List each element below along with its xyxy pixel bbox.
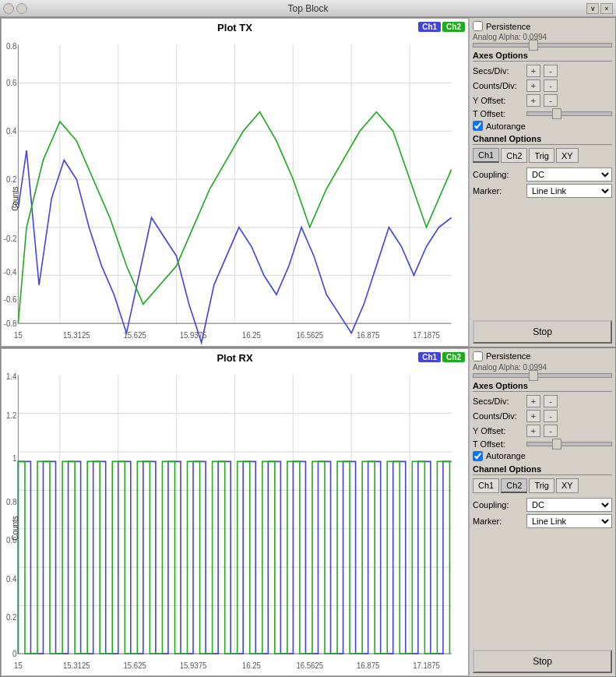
tx-y-offset-plus[interactable]: + xyxy=(526,94,540,107)
rx-plot-area: Plot RX Ch1 Ch2 Counts xyxy=(1,348,469,677)
tx-tab-ch2[interactable]: Ch2 xyxy=(501,148,527,163)
tx-plot-title: Plot TX xyxy=(2,19,468,35)
rx-tab-trig[interactable]: Trig xyxy=(529,478,554,493)
tx-y-offset-row: Y Offset: + - xyxy=(473,94,612,107)
tx-marker-label: Marker: xyxy=(473,186,523,196)
tx-coupling-label: Coupling: xyxy=(473,170,523,179)
tx-secs-div-minus[interactable]: - xyxy=(544,65,558,77)
rx-secs-div-plus[interactable]: + xyxy=(526,395,540,407)
rx-persistence-checkbox[interactable] xyxy=(473,351,483,361)
svg-text:17.1875: 17.1875 xyxy=(413,661,440,670)
rx-panel: Plot RX Ch1 Ch2 Counts xyxy=(0,347,616,678)
rx-y-offset-plus[interactable]: + xyxy=(526,425,540,437)
tx-autorange-row: Autorange xyxy=(473,121,612,131)
svg-text:0.6: 0.6 xyxy=(6,79,17,88)
tx-y-offset-label: Y Offset: xyxy=(473,96,523,105)
svg-text:-0.6: -0.6 xyxy=(4,294,17,304)
svg-text:15.9375: 15.9375 xyxy=(180,661,207,670)
svg-text:1.4: 1.4 xyxy=(6,372,17,381)
svg-text:1.2: 1.2 xyxy=(6,411,17,420)
tx-ch1-badge[interactable]: Ch1 xyxy=(418,22,441,32)
tx-channel-options-title: Channel Options xyxy=(473,134,612,145)
tx-ch2-badge[interactable]: Ch2 xyxy=(442,22,465,32)
rx-coupling-row: Coupling: DC xyxy=(473,498,612,512)
svg-text:16.875: 16.875 xyxy=(357,330,380,340)
rx-ch1-badge[interactable]: Ch1 xyxy=(418,352,441,362)
tx-sidebar: Persistence Analog Alpha: 0.0994 Axes Op… xyxy=(469,18,615,347)
rx-persistence-row: Persistence xyxy=(473,351,612,361)
tx-stop-button[interactable]: Stop xyxy=(473,320,612,344)
tx-t-offset-row: T Offset: xyxy=(473,109,612,118)
title-bar-right-buttons[interactable]: ∨ × xyxy=(586,3,613,14)
rx-alpha-label: Analog Alpha: 0.0994 xyxy=(473,363,612,372)
tx-tab-xy[interactable]: XY xyxy=(556,148,579,163)
tx-plot-svg: 0.8 0.6 0.4 0.2 0 -0.2 -0.4 -0.6 -0.8 15… xyxy=(2,35,468,347)
tx-secs-div-label: Secs/Div: xyxy=(473,66,523,76)
svg-text:0.2: 0.2 xyxy=(6,612,17,622)
tx-counts-div-row: Counts/Div: + - xyxy=(473,79,612,92)
rx-stop-button[interactable]: Stop xyxy=(473,650,612,673)
rx-counts-div-row: Counts/Div: + - xyxy=(473,410,612,422)
rx-alpha-slider[interactable] xyxy=(473,373,612,378)
rx-tab-ch1[interactable]: Ch1 xyxy=(473,478,499,493)
tx-plot-wrapper: Counts xyxy=(2,35,468,347)
rx-secs-div-minus[interactable]: - xyxy=(544,395,558,407)
tx-persistence-checkbox[interactable] xyxy=(473,21,483,31)
svg-text:16.875: 16.875 xyxy=(357,661,380,670)
tx-tab-trig[interactable]: Trig xyxy=(529,148,554,163)
tx-alpha-slider[interactable] xyxy=(473,43,612,48)
tx-counts-div-plus[interactable]: + xyxy=(526,79,540,92)
rx-plot-svg: 1.4 1.2 1 0.8 0.6 0.4 0.2 0 15 15.3125 1… xyxy=(2,365,468,677)
svg-text:0.2: 0.2 xyxy=(6,175,17,184)
svg-text:16.25: 16.25 xyxy=(242,661,261,670)
tx-counts-div-minus[interactable]: - xyxy=(544,79,558,92)
rx-counts-div-plus[interactable]: + xyxy=(526,410,540,422)
rx-y-offset-label: Y Offset: xyxy=(473,426,523,435)
rx-counts-div-minus[interactable]: - xyxy=(544,410,558,422)
minimize-button[interactable] xyxy=(16,3,27,14)
rx-secs-div-label: Secs/Div: xyxy=(473,397,523,406)
rx-marker-label: Marker: xyxy=(473,517,523,526)
tx-marker-select[interactable]: Line Link xyxy=(526,184,612,198)
close-button[interactable] xyxy=(3,3,14,14)
rx-y-offset-minus[interactable]: - xyxy=(544,425,558,437)
scroll-left-button[interactable]: ∨ xyxy=(586,3,599,14)
rx-axes-options-title: Axes Options xyxy=(473,381,612,392)
svg-text:17.1875: 17.1875 xyxy=(413,330,440,340)
rx-tab-xy[interactable]: XY xyxy=(556,478,579,493)
tx-t-offset-slider[interactable] xyxy=(526,111,612,116)
scroll-right-button[interactable]: × xyxy=(600,3,613,14)
title-bar-buttons[interactable] xyxy=(3,3,27,14)
svg-text:-0.8: -0.8 xyxy=(4,319,17,328)
tx-panel: Plot TX Ch1 Ch2 Counts xyxy=(0,17,616,347)
tx-autorange-checkbox[interactable] xyxy=(473,121,483,131)
tx-y-label: Counts xyxy=(11,186,19,211)
tx-secs-div-plus[interactable]: + xyxy=(526,65,540,77)
rx-secs-div-row: Secs/Div: + - xyxy=(473,395,612,407)
rx-t-offset-slider-container xyxy=(526,442,612,446)
main-container: Plot TX Ch1 Ch2 Counts xyxy=(0,17,616,677)
rx-marker-select[interactable]: Line Link xyxy=(526,514,612,528)
tx-secs-div-row: Secs/Div: + - xyxy=(473,65,612,77)
tx-coupling-select[interactable]: DC xyxy=(526,167,612,182)
rx-t-offset-slider[interactable] xyxy=(526,442,612,446)
tx-y-offset-minus[interactable]: - xyxy=(544,94,558,107)
rx-ch2-badge[interactable]: Ch2 xyxy=(442,352,465,362)
svg-text:15.625: 15.625 xyxy=(123,661,146,670)
tx-coupling-row: Coupling: DC xyxy=(473,167,612,182)
rx-y-label: Counts xyxy=(11,516,19,541)
tx-ch-badges: Ch1 Ch2 xyxy=(418,22,465,32)
rx-t-offset-label: T Offset: xyxy=(473,439,523,449)
rx-tabs: Ch1 Ch2 Trig XY xyxy=(473,478,612,493)
svg-text:0.4: 0.4 xyxy=(6,573,17,583)
rx-coupling-select[interactable]: DC xyxy=(526,498,612,512)
svg-text:0.8: 0.8 xyxy=(6,497,17,506)
rx-autorange-checkbox[interactable] xyxy=(473,451,483,461)
tx-tab-ch1[interactable]: Ch1 xyxy=(473,148,499,163)
svg-text:-0.2: -0.2 xyxy=(4,234,17,244)
rx-t-offset-row: T Offset: xyxy=(473,439,612,449)
rx-coupling-label: Coupling: xyxy=(473,500,523,510)
tx-axes-options-title: Axes Options xyxy=(473,51,612,62)
rx-tab-ch2[interactable]: Ch2 xyxy=(501,478,527,493)
tx-plot-area: Plot TX Ch1 Ch2 Counts xyxy=(1,18,469,347)
